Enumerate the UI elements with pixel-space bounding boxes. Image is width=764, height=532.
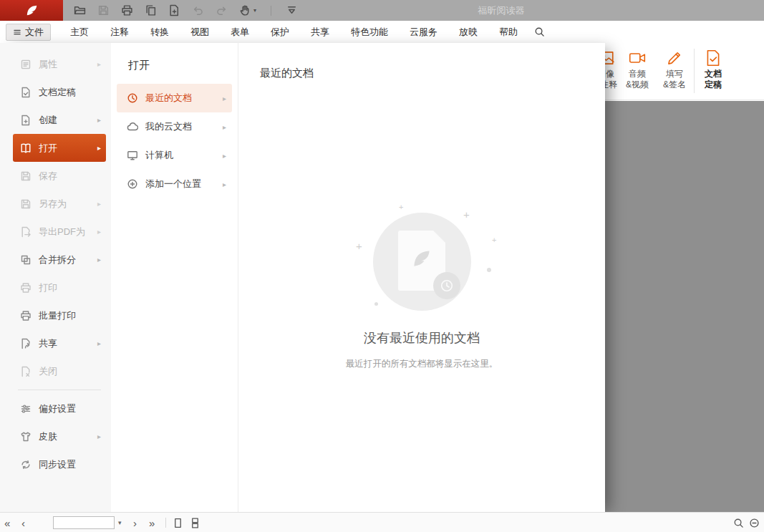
backstage-item-open[interactable]: 打开▸ [13, 134, 106, 162]
merge-split-icon [20, 254, 32, 266]
backstage-item-skin[interactable]: 皮肤▸ [13, 422, 106, 450]
backstage-item-preferences[interactable]: 偏好设置 [13, 395, 106, 422]
save-icon [20, 170, 32, 182]
tab-protect[interactable]: 保护 [260, 21, 300, 43]
doc-finalize-icon [20, 87, 32, 98]
backstage-item-properties: 属性▸ [13, 50, 106, 78]
backstage-nav-cloud-documents[interactable]: 我的云文档▸ [117, 112, 232, 141]
app-window: ▾ 福昕阅读器 文件 主页 注释 转换 视图 表单 保护 共享 特色功能 云服务… [0, 0, 764, 532]
continuous-view-button[interactable] [190, 513, 200, 532]
titlebar: ▾ 福昕阅读器 [0, 0, 764, 21]
tab-help[interactable]: 帮助 [488, 21, 528, 43]
empty-state-illustration: + + + + [343, 206, 501, 321]
clock-icon [440, 279, 454, 293]
preferences-icon [20, 403, 32, 415]
decor-plus: + [492, 236, 496, 244]
last-page-button[interactable]: » [149, 513, 155, 532]
backstage-item-batch-print[interactable]: 批量打印 [13, 301, 106, 329]
zoom-out-button[interactable] [749, 513, 760, 532]
hamburger-icon [13, 28, 21, 37]
next-page-button[interactable]: › [133, 513, 137, 532]
print-icon[interactable] [121, 4, 133, 16]
open-panel: 打开 最近的文档▸ 我的云文档▸ 计算机▸ 添加一个位置▸ [111, 43, 238, 512]
backstage-item-sync-settings[interactable]: 同步设置 [13, 450, 106, 478]
pencil-icon [665, 49, 684, 67]
fill-sign-button[interactable]: 填写 &签名 [659, 47, 690, 97]
tab-share[interactable]: 共享 [300, 21, 340, 43]
submenu-arrow-icon: ▸ [97, 432, 101, 440]
empty-state-title: 没有最近使用的文档 [238, 329, 605, 347]
submenu-arrow-icon: ▸ [223, 123, 226, 131]
backstage-item-create[interactable]: 创建▸ [13, 106, 106, 134]
backstage-item-export-pdf: 导出PDF为▸ [13, 218, 106, 246]
save-icon[interactable] [97, 4, 110, 16]
file-menu-button[interactable]: 文件 [6, 24, 51, 41]
main-content: 图像 &注释 音频 &视频 填写 &签名 文档 定稿 [0, 43, 764, 512]
sync-icon [20, 459, 32, 470]
copy-pages-icon[interactable] [145, 4, 157, 16]
computer-icon [127, 150, 138, 161]
batch-print-icon [20, 310, 32, 321]
backstage-item-doc-finalize[interactable]: 文档定稿 [13, 78, 106, 106]
open-file-icon[interactable] [74, 4, 86, 16]
quick-access-toolbar: ▾ [63, 4, 298, 16]
tab-home[interactable]: 主页 [59, 21, 100, 43]
ribbon-tab-bar: 文件 主页 注释 转换 视图 表单 保护 共享 特色功能 云服务 放映 帮助 [0, 21, 764, 43]
submenu-arrow-icon: ▸ [223, 95, 226, 102]
audio-video-button[interactable]: 音频 &视频 [622, 47, 653, 97]
tab-comment[interactable]: 注释 [100, 21, 140, 43]
ribbon-group-divider [694, 49, 695, 93]
backstage-item-save: 保存 [13, 162, 106, 190]
video-camera-icon [628, 49, 647, 67]
document-finalize-button[interactable]: 文档 定稿 [697, 47, 729, 97]
submenu-arrow-icon: ▸ [97, 256, 101, 263]
window-title: 福昕阅读器 [458, 0, 544, 21]
backstage-item-print: 打印 [13, 274, 106, 301]
tab-slideshow[interactable]: 放映 [448, 21, 488, 43]
submenu-arrow-icon: ▸ [97, 339, 101, 347]
decor-dot [374, 302, 378, 306]
tab-cloud-service[interactable]: 云服务 [399, 21, 448, 43]
prev-page-button[interactable]: ‹ [21, 513, 25, 532]
toolbar-divider [271, 6, 271, 16]
page-dropdown-icon[interactable]: ▾ [118, 513, 122, 532]
customize-toolbar-icon[interactable] [286, 4, 298, 16]
foxit-logo[interactable] [0, 0, 63, 21]
hand-tool-button[interactable]: ▾ [239, 4, 256, 16]
first-page-button[interactable]: « [4, 513, 10, 532]
pane-title: 最近的文档 [260, 67, 314, 80]
backstage-nav-computer[interactable]: 计算机▸ [117, 141, 232, 170]
decor-plus: + [356, 241, 362, 251]
backstage-nav-add-place[interactable]: 添加一个位置▸ [117, 170, 232, 198]
tab-view[interactable]: 视图 [180, 21, 220, 43]
page-number-input[interactable] [53, 516, 115, 529]
submenu-arrow-icon: ▸ [223, 180, 226, 188]
search-icon[interactable] [534, 26, 545, 37]
submenu-arrow-icon: ▸ [97, 116, 101, 124]
redo-icon[interactable] [216, 4, 228, 16]
clock-icon [127, 92, 138, 104]
open-icon [20, 142, 32, 154]
marquee-zoom-icon[interactable] [733, 513, 744, 532]
recent-documents-pane: 最近的文档 + + + + 没有最近使用的文档 [238, 43, 605, 512]
backstage-item-share[interactable]: 共享▸ [13, 329, 106, 357]
undo-icon[interactable] [192, 4, 204, 16]
skin-icon [20, 431, 32, 442]
statusbar: « ‹ ▾ › » [0, 512, 764, 532]
decor-plus: + [399, 203, 403, 211]
tab-form[interactable]: 表单 [220, 21, 260, 43]
backstage-sidebar: 属性▸ 文档定稿 创建▸ 打开▸ 保存 [0, 43, 111, 512]
create-document-icon[interactable] [168, 4, 180, 16]
backstage-item-merge-split[interactable]: 合并拆分▸ [13, 246, 106, 274]
add-place-icon [127, 178, 138, 190]
chevron-down-icon: ▾ [253, 7, 256, 14]
print-icon [20, 282, 32, 294]
tab-special-features[interactable]: 特色功能 [340, 21, 399, 43]
foxit-kite-watermark-icon [411, 248, 432, 269]
decor-plus: + [463, 209, 470, 220]
file-menu-label: 文件 [25, 26, 44, 39]
single-page-view-button[interactable] [173, 513, 183, 532]
backstage-nav-recent-documents[interactable]: 最近的文档▸ [117, 84, 232, 112]
create-document-icon [20, 115, 32, 126]
tab-convert[interactable]: 转换 [140, 21, 180, 43]
